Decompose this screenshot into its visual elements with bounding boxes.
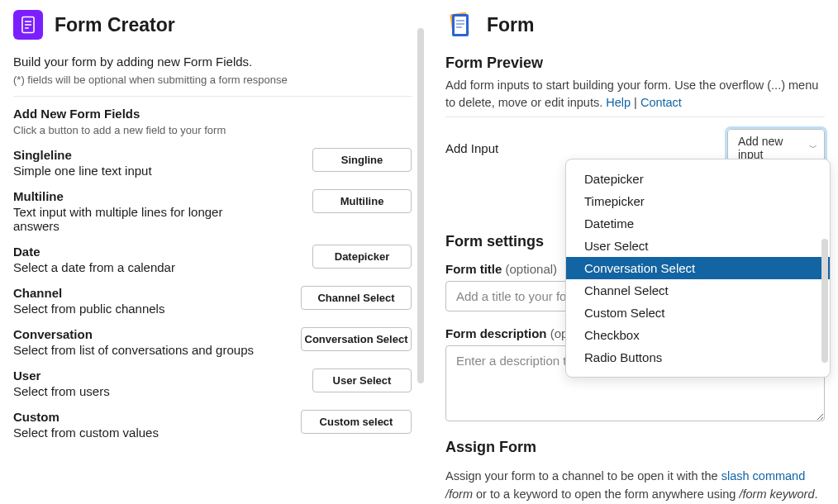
dropdown-item-conversation-select[interactable]: Conversation Select — [566, 257, 830, 279]
dropdown-item-custom-select[interactable]: Custom Select — [566, 302, 830, 324]
app-icon — [13, 10, 43, 40]
help-link[interactable]: Help — [606, 96, 631, 109]
dropdown-item-radio-buttons[interactable]: Radio Buttons — [566, 346, 830, 368]
field-title: Custom — [13, 410, 159, 424]
add-singleline-button[interactable]: Singline — [312, 148, 412, 172]
page-title: Form Creator — [55, 14, 175, 36]
pane-header: Form Creator — [13, 10, 412, 40]
field-info: SinglelineSimple one line text input — [13, 148, 152, 178]
divider — [13, 96, 412, 97]
scrollbar[interactable] — [417, 28, 425, 425]
field-row: SinglelineSimple one line text inputSing… — [13, 148, 412, 178]
field-row: UserSelect from usersUser Select — [13, 368, 412, 398]
field-row: MultilineText input with multiple lines … — [13, 189, 412, 233]
field-title: User — [13, 368, 110, 383]
form-preview-pane: Form Form Preview Add form inputs to sta… — [426, 0, 838, 504]
form-creator-pane: Form Creator Build your form by adding n… — [0, 0, 426, 504]
add-input-dropdown[interactable]: DatepickerTimepickerDatetimeUser SelectC… — [565, 159, 831, 378]
form-creator-icon — [20, 16, 36, 34]
field-title: Singleline — [13, 148, 152, 162]
field-info: DateSelect a date from a calendar — [13, 245, 175, 274]
intro-text: Build your form by adding new Form Field… — [13, 55, 412, 69]
form-title: Form — [487, 14, 535, 36]
field-info: ConversationSelect from list of conversa… — [13, 327, 254, 357]
slash-command-link[interactable]: slash command — [721, 469, 806, 483]
field-title: Conversation — [13, 327, 254, 341]
dropdown-item-user-select[interactable]: User Select — [566, 235, 830, 257]
add-channel-button[interactable]: Channel Select — [301, 286, 412, 310]
svg-rect-6 — [455, 17, 466, 34]
pane-header-right: Form — [445, 10, 825, 40]
dropdown-item-checkbox[interactable]: Checkbox — [566, 324, 830, 346]
dropdown-scrollbar-thumb[interactable] — [821, 239, 828, 363]
hint-text: (*) fields will be optional when submitt… — [13, 74, 412, 86]
field-row: DateSelect a date from a calendarDatepic… — [13, 245, 412, 274]
dropdown-item-timepicker[interactable]: Timepicker — [566, 190, 830, 212]
dropdown-item-datetime[interactable]: Datetime — [566, 212, 830, 235]
field-row: CustomSelect from custom valuesCustom se… — [13, 410, 412, 440]
form-preview-title: Form Preview — [445, 55, 825, 72]
form-preview-desc: Add form inputs to start building your f… — [445, 77, 825, 112]
field-desc: Select from custom values — [13, 426, 159, 440]
field-desc: Simple one line text input — [13, 164, 152, 178]
assign-form-desc: Assign your form to a channel to be open… — [445, 468, 825, 504]
field-info: ChannelSelect from public channels — [13, 286, 164, 316]
field-info: CustomSelect from custom values — [13, 410, 159, 440]
add-custom-button[interactable]: Custom select — [301, 410, 412, 434]
add-conversation-button[interactable]: Conversation Select — [301, 327, 412, 351]
form-icon — [445, 10, 475, 40]
add-input-select-label: Add new input — [738, 135, 804, 161]
field-title: Date — [13, 245, 175, 259]
assign-form-title: Assign Form — [445, 439, 825, 456]
field-row: ConversationSelect from list of conversa… — [13, 327, 412, 357]
dropdown-item-channel-select[interactable]: Channel Select — [566, 279, 830, 302]
field-desc: Text input with multiple lines for longe… — [13, 205, 269, 233]
scrollbar-thumb[interactable] — [417, 28, 424, 383]
add-multiline-button[interactable]: Multiline — [312, 189, 412, 213]
field-title: Channel — [13, 286, 164, 300]
field-row: ChannelSelect from public channelsChanne… — [13, 286, 412, 316]
add-date-button[interactable]: Datepicker — [312, 245, 412, 269]
chevron-down-icon: ﹀ — [809, 142, 817, 154]
field-info: UserSelect from users — [13, 368, 110, 398]
add-fields-hint: Click a button to add a new field to you… — [13, 124, 412, 136]
field-desc: Select from list of conversations and gr… — [13, 343, 254, 357]
field-title: Multiline — [13, 189, 269, 203]
field-info: MultilineText input with multiple lines … — [13, 189, 269, 233]
dropdown-item-datepicker[interactable]: Datepicker — [566, 168, 830, 190]
divider — [445, 116, 825, 117]
add-fields-title: Add New Form Fields — [13, 107, 412, 121]
field-desc: Select a date from a calendar — [13, 260, 175, 274]
add-input-label: Add Input — [445, 141, 498, 155]
add-user-button[interactable]: User Select — [312, 368, 412, 392]
field-desc: Select from public channels — [13, 302, 164, 316]
contact-link[interactable]: Contact — [640, 96, 682, 109]
field-desc: Select from users — [13, 384, 110, 398]
